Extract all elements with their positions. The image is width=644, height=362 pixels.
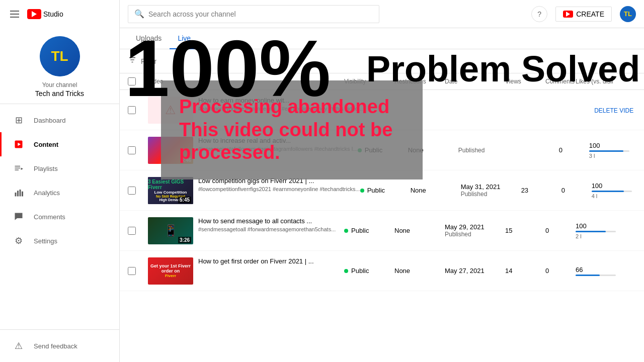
comments-cell: 0 — [545, 227, 576, 234]
sidebar-item-content[interactable]: Content — [0, 132, 119, 156]
video-thumbnail: 📱 3:26 — [148, 217, 193, 244]
video-info: How to send message to all contacts ... … — [198, 217, 344, 233]
visibility-cell: Public — [344, 227, 394, 234]
views-cell: 14 — [505, 267, 545, 275]
bar-sub: 3 l — [589, 153, 644, 159]
views-cell: 23 — [521, 187, 561, 194]
studio-label: Studio — [43, 10, 63, 18]
yt-logo-icon — [27, 9, 41, 19]
header: 🔍 ? CREATE TL — [120, 0, 644, 28]
row-checkbox[interactable] — [128, 187, 136, 195]
video-title: How to send message to all contacts ... — [198, 217, 344, 226]
row-checkbox[interactable] — [128, 227, 136, 235]
channel-info: TL Your channel Tech and Tricks — [0, 28, 119, 104]
processing-overlay: Processing abandoned This video could no… — [161, 80, 423, 179]
settings-icon: ⚙ — [14, 236, 24, 246]
feedback-icon: ⚠ — [14, 341, 24, 351]
sidebar-item-dashboard[interactable]: ⊞ Dashboard — [0, 108, 119, 132]
hamburger-menu[interactable] — [8, 9, 21, 20]
bar-fill — [576, 275, 600, 276]
delete-button[interactable]: DELETE VIDE — [594, 107, 633, 114]
bar-fill — [589, 150, 623, 152]
col-likes: Likes (vs. disli — [576, 78, 636, 85]
sidebar: Studio TL Your channel Tech and Tricks ⊞… — [0, 0, 120, 362]
dashboard-icon: ⊞ — [14, 115, 24, 125]
visibility-cell: Public — [360, 187, 411, 194]
col-views: Views — [505, 78, 545, 85]
video-cell: 📱 3:26 How to send message to all contac… — [148, 217, 344, 244]
likes-value: 66 — [576, 266, 636, 274]
overlay-line1: Processing abandoned — [179, 96, 405, 119]
bar-fill — [576, 231, 606, 232]
video-cell: Get your 1st Fiverr order on Fiverr How … — [148, 257, 344, 285]
video-tags: #lowcompetitionfiverrfigs2021 #earnmoney… — [198, 186, 360, 192]
date-cell: Published — [458, 147, 519, 154]
views-cell: 15 — [505, 227, 545, 234]
svg-rect-8 — [20, 190, 21, 197]
svg-rect-2 — [15, 166, 21, 167]
tab-uploads[interactable]: Uploads — [128, 28, 170, 49]
row-checkbox[interactable] — [128, 146, 136, 154]
row-checkbox[interactable] — [128, 267, 136, 275]
help-icon[interactable]: ? — [531, 6, 547, 22]
video-title: How to get first order on Fiverr 2021 | … — [198, 257, 344, 266]
create-video-icon — [563, 11, 573, 18]
analytics-icon — [14, 188, 24, 198]
comments-label: Comments — [34, 213, 65, 221]
restrictions-cell: None — [411, 187, 461, 194]
sidebar-item-comments[interactable]: Comments — [0, 205, 119, 229]
bar-track — [576, 231, 616, 232]
dashboard-label: Dashboard — [34, 117, 66, 124]
col-comments: Comments — [545, 78, 576, 85]
likes-value: 100 — [576, 222, 636, 230]
sidebar-item-analytics[interactable]: Analytics — [0, 180, 119, 205]
select-all-checkbox[interactable] — [128, 77, 136, 85]
bar-track — [576, 275, 616, 276]
filter-label: Filter — [141, 57, 156, 65]
tab-live[interactable]: Live — [170, 28, 199, 49]
restrictions-cell: None — [394, 267, 445, 275]
nav-items: ⊞ Dashboard Content Playlists Analytics — [0, 104, 119, 329]
visibility-label: Public — [351, 227, 369, 234]
video-thumbnail: Get your 1st Fiverr order on Fiverr — [148, 257, 193, 285]
svg-rect-4 — [15, 169, 19, 170]
col-date: Date — [445, 78, 505, 85]
sidebar-item-settings[interactable]: ⚙ Settings — [0, 229, 119, 253]
video-cell: 3 Easiest GIGS Fiverr Low Competition No… — [148, 177, 360, 204]
action-cell: DELETE VIDE — [594, 106, 644, 115]
likes-cell: 66 — [576, 266, 636, 276]
svg-rect-9 — [22, 192, 23, 197]
your-channel-label: Your channel — [42, 81, 77, 88]
date-sub: Published — [445, 231, 505, 238]
user-avatar[interactable]: TL — [620, 6, 636, 22]
date-value: May 27, 2021 — [445, 267, 505, 275]
date-cell: May 31, 2021 Published — [461, 183, 521, 198]
search-input[interactable] — [148, 10, 373, 18]
main-content: Uploads Live Filter Video Visibility Res… — [120, 28, 644, 362]
comments-cell: 0 — [545, 267, 576, 275]
date-value: May 31, 2021 — [461, 183, 521, 191]
search-bar[interactable]: 🔍 — [128, 5, 379, 23]
table-row: Get your 1st Fiverr order on Fiverr How … — [120, 251, 644, 291]
visibility-cell: Public — [344, 267, 394, 275]
filter-bar: Filter — [120, 49, 644, 73]
search-icon: 🔍 — [134, 9, 144, 19]
sidebar-bottom: ⚠ Send feedback — [0, 329, 119, 362]
row-checkbox[interactable] — [128, 106, 136, 114]
status-dot — [344, 229, 348, 233]
overlay-line2: This video could not be — [179, 119, 405, 142]
date-value: May 29, 2021 — [445, 223, 505, 231]
bar-track — [592, 191, 632, 192]
create-button[interactable]: CREATE — [555, 7, 612, 22]
tabs: Uploads Live — [120, 28, 644, 49]
channel-name: Tech and Tricks — [35, 89, 84, 98]
date-cell: May 29, 2021 Published — [445, 223, 505, 238]
sidebar-item-send-feedback[interactable]: ⚠ Send feedback — [0, 334, 119, 358]
svg-rect-6 — [15, 193, 17, 197]
date-sub: Published — [458, 147, 519, 154]
sidebar-item-playlists[interactable]: Playlists — [0, 156, 119, 180]
status-dot — [360, 189, 364, 193]
bar-sub: 4 l — [592, 193, 644, 199]
visibility-label: Public — [367, 187, 385, 194]
content-label: Content — [34, 141, 58, 148]
